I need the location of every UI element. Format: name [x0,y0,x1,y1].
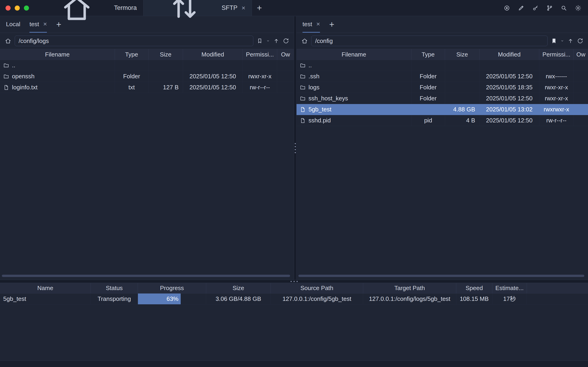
column-header-modified[interactable]: Modified [183,49,243,60]
tab-label: Local [6,21,20,28]
record-icon[interactable] [503,5,510,11]
chevron-down-icon [560,39,564,43]
column-header-permissions[interactable]: Permissi... [539,49,574,60]
size-cell [445,82,479,93]
modified-cell: 2025/01/05 13:02 [479,104,539,115]
bookmark-button[interactable] [551,38,557,44]
column-header-owner[interactable]: Ow [574,49,588,60]
search-icon[interactable] [560,5,567,11]
column-header-type[interactable]: Type [411,49,445,60]
file-icon [300,107,306,113]
titlebar: Termora SFTP × + [0,0,588,16]
file-icon [3,84,9,91]
right-table-body: .. .ssh Folder 2025/01/05 12:50 rwx-----… [297,60,588,126]
parent-directory-button[interactable] [567,38,574,44]
column-header-filename[interactable]: Filename [297,49,411,60]
filename-text: .ssh [308,73,320,80]
bookmark-button[interactable] [256,38,263,44]
new-tab-button[interactable]: + [252,0,267,16]
permissions-cell: rwxr-xr-x [243,71,277,82]
tab-local[interactable]: Local [6,16,20,33]
column-header-size[interactable]: Size [445,49,479,60]
modified-cell: 2025/01/05 12:50 [479,115,539,126]
path-input[interactable] [311,36,547,46]
titlebar-actions [503,0,588,16]
table-row[interactable]: .. [0,60,294,71]
horizontal-scrollbar-thumb[interactable] [298,275,584,277]
column-header-size[interactable]: Size [206,283,271,293]
column-header-status[interactable]: Status [91,283,138,293]
edit-icon[interactable] [518,5,525,11]
column-header-size[interactable]: Size [148,49,183,60]
vertical-splitter[interactable] [294,16,297,280]
bookmark-dropdown-button[interactable] [266,39,270,43]
table-row[interactable]: .ssh Folder 2025/01/05 12:50 rwx------ [297,71,588,82]
key-icon[interactable] [532,5,539,11]
path-input[interactable] [15,36,253,46]
up-arrow-icon [273,38,280,44]
horizontal-scrollbar-thumb[interactable] [2,275,290,277]
tab-test[interactable]: test × [29,16,47,33]
tab-termora[interactable]: Termora [36,0,143,16]
table-row-selected[interactable]: 5gb_test 4.88 GB 2025/01/05 13:02 rwxrwx… [297,104,588,115]
zoom-window-button[interactable] [24,6,29,11]
permissions-cell: rwxr-xr-x [539,93,574,104]
home-icon[interactable] [5,37,11,44]
type-cell [115,60,148,71]
column-header-target-path[interactable]: Target Path [363,283,456,293]
column-header-source-path[interactable]: Source Path [271,283,363,293]
parent-directory-button[interactable] [273,38,280,44]
branch-icon[interactable] [546,5,553,11]
progress-label: 63% [166,295,178,302]
table-row[interactable]: openssh Folder 2025/01/05 12:50 rwxr-xr-… [0,71,294,82]
new-session-tab-button[interactable]: + [329,16,334,33]
modified-cell: 2025/01/05 12:50 [183,82,243,93]
column-header-estimate[interactable]: Estimate... [492,283,527,293]
table-row[interactable]: logs Folder 2025/01/05 18:35 rwxr-xr-x [297,82,588,93]
modified-cell: 2025/01/05 12:50 [183,71,243,82]
settings-gear-icon[interactable] [575,5,581,11]
bookmark-dropdown-button[interactable] [560,39,564,43]
tab-sftp[interactable]: SFTP × [143,0,252,16]
left-panel-tabs: Local test × + [0,16,294,33]
folder-icon [3,74,9,79]
refresh-button[interactable] [283,38,289,44]
table-row[interactable]: sshd.pid pid 4 B 2025/01/05 12:50 rw-r--… [297,115,588,126]
type-cell [411,60,445,71]
column-header-progress[interactable]: Progress [138,283,206,293]
filename-cell: 5gb_test [297,104,411,115]
horizontal-splitter[interactable] [0,280,588,283]
new-session-tab-button[interactable]: + [56,16,61,33]
home-icon[interactable] [301,37,308,44]
bookmark-filled-icon [551,38,557,44]
filename-text: logs [308,84,320,91]
column-header-owner[interactable]: Ow [277,49,294,60]
right-table-header: Filename Type Size Modified Permissi... … [297,49,588,60]
close-window-button[interactable] [6,6,11,11]
size-cell [148,60,183,71]
column-header-speed[interactable]: Speed [456,283,492,293]
folder-icon [300,74,306,79]
table-row[interactable]: .. [297,60,588,71]
type-cell: Folder [411,82,445,93]
file-icon [300,117,306,124]
refresh-button[interactable] [577,38,583,44]
modified-cell: 2025/01/05 12:50 [479,93,539,104]
left-table-header: Filename Type Size Modified Permissi... … [0,49,294,60]
titlebar-spacer [267,0,503,16]
table-row[interactable]: ssh_host_keys Folder 2025/01/05 12:50 rw… [297,93,588,104]
close-icon[interactable]: × [43,21,47,27]
transfer-row[interactable]: 5gb_test Transporting 63% 3.06 GB/4.88 G… [0,293,588,305]
minimize-window-button[interactable] [15,6,20,11]
close-icon[interactable]: × [316,21,320,27]
column-header-filename[interactable]: Filename [0,49,115,60]
column-header-modified[interactable]: Modified [479,49,539,60]
close-icon[interactable]: × [242,5,245,11]
column-header-permissions[interactable]: Permissi... [243,49,277,60]
column-header-name[interactable]: Name [0,283,91,293]
size-cell: 4.88 GB [445,104,479,115]
column-header-type[interactable]: Type [115,49,148,60]
table-row[interactable]: loginfo.txt txt 127 B 2025/01/05 12:50 r… [0,82,294,93]
tab-test[interactable]: test × [303,16,320,33]
column-header-filler [527,283,588,293]
